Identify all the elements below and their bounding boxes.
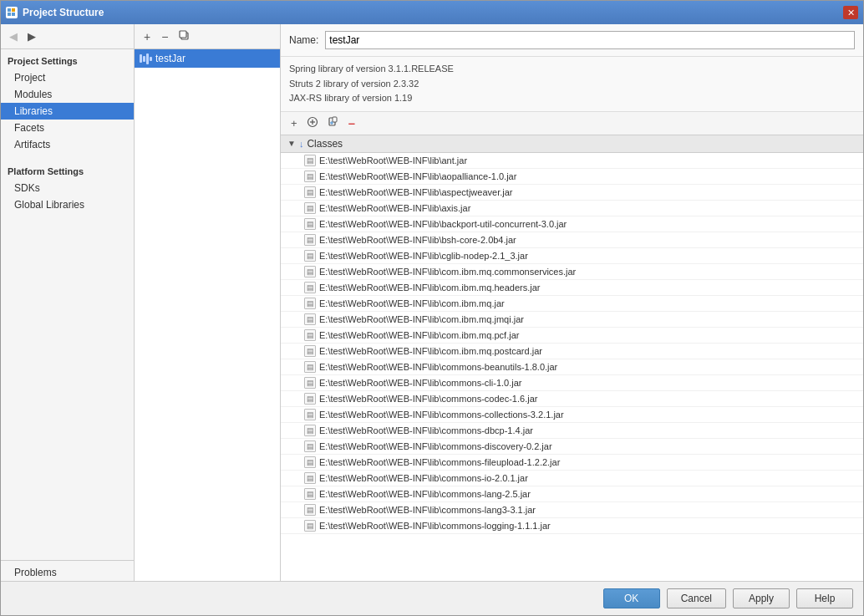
name-input[interactable]	[325, 31, 855, 49]
jar-path: E:\test\WebRoot\WEB-INF\lib\com.ibm.mq.h…	[319, 283, 541, 293]
copy-library-button[interactable]	[175, 28, 194, 44]
window-icon	[6, 7, 18, 18]
tree-item[interactable]: ▤E:\test\WebRoot\WEB-INF\lib\commons-fil…	[281, 455, 863, 471]
jar-path: E:\test\WebRoot\WEB-INF\lib\bsh-core-2.0…	[319, 235, 516, 245]
jar-icon: ▤	[304, 440, 316, 452]
sidebar-item-facets[interactable]: Facets	[1, 120, 134, 136]
jar-icon: ▤	[304, 361, 316, 373]
tree-item[interactable]: ▤E:\test\WebRoot\WEB-INF\lib\com.ibm.mq.…	[281, 312, 863, 328]
sidebar: ◀ ▶ Project Settings Project Modules Lib…	[1, 24, 135, 581]
tree-item[interactable]: ▤E:\test\WebRoot\WEB-INF\lib\backport-ut…	[281, 216, 863, 232]
jar-path: E:\test\WebRoot\WEB-INF\lib\commons-disc…	[319, 441, 552, 451]
tree-item[interactable]: ▤E:\test\WebRoot\WEB-INF\lib\com.ibm.mq.…	[281, 280, 863, 296]
tree-item[interactable]: ▤E:\test\WebRoot\WEB-INF\lib\com.ibm.mq.…	[281, 296, 863, 312]
back-button[interactable]: ◀	[6, 28, 21, 44]
add-jar2-button[interactable]	[324, 115, 343, 132]
tree-item[interactable]: ▤E:\test\WebRoot\WEB-INF\lib\com.ibm.mq.…	[281, 344, 863, 359]
cancel-button[interactable]: Cancel	[667, 588, 726, 608]
name-row: Name:	[281, 24, 863, 57]
jar-path: E:\test\WebRoot\WEB-INF\lib\commons-coll…	[319, 410, 564, 420]
tree-item[interactable]: ▤E:\test\WebRoot\WEB-INF\lib\com.ibm.mq.…	[281, 264, 863, 280]
add-jar-button[interactable]	[303, 115, 322, 132]
tree-item[interactable]: ▤E:\test\WebRoot\WEB-INF\lib\com.ibm.mq.…	[281, 328, 863, 344]
jar-path: E:\test\WebRoot\WEB-INF\lib\commons-io-2…	[319, 473, 528, 483]
jar-icon: ▤	[304, 472, 316, 484]
info-line-2: Struts 2 library of version 2.3.32	[289, 77, 855, 92]
tree-item[interactable]: ▤E:\test\WebRoot\WEB-INF\lib\commons-lan…	[281, 502, 863, 518]
jar-icon: ▤	[304, 377, 316, 389]
tree-item[interactable]: ▤E:\test\WebRoot\WEB-INF\lib\aspectjweav…	[281, 185, 863, 201]
sidebar-item-project[interactable]: Project	[1, 69, 134, 86]
jar-path: E:\test\WebRoot\WEB-INF\lib\commons-dbcp…	[319, 425, 533, 435]
tree-item[interactable]: ▤E:\test\WebRoot\WEB-INF\lib\commons-dis…	[281, 439, 863, 455]
tree-item[interactable]: ▤E:\test\WebRoot\WEB-INF\lib\commons-cod…	[281, 391, 863, 407]
jar-path: E:\test\WebRoot\WEB-INF\lib\ant.jar	[319, 155, 467, 165]
title-bar: Project Structure ✕	[1, 1, 863, 24]
add-classes-button[interactable]: +	[287, 115, 301, 131]
sidebar-item-artifacts[interactable]: Artifacts	[1, 136, 134, 153]
jar-icon: ▤	[304, 456, 316, 468]
tree-item[interactable]: ▤E:\test\WebRoot\WEB-INF\lib\aopalliance…	[281, 169, 863, 185]
classes-toolbar: +	[281, 112, 863, 135]
sidebar-item-global-libraries[interactable]: Global Libraries	[1, 196, 134, 213]
jar-icon: ▤	[304, 186, 316, 198]
remove-classes-button[interactable]: −	[345, 115, 359, 132]
sidebar-nav-bar: ◀ ▶	[1, 24, 134, 49]
sidebar-gap	[1, 153, 134, 160]
classes-header: ▼ ↓ Classes	[281, 135, 863, 153]
main-content: ◀ ▶ Project Settings Project Modules Lib…	[1, 24, 863, 581]
expand-icon: ▼	[287, 139, 296, 148]
forward-button[interactable]: ▶	[24, 28, 39, 44]
tree-item[interactable]: ▤E:\test\WebRoot\WEB-INF\lib\axis.jar	[281, 201, 863, 216]
tree-item[interactable]: ▤E:\test\WebRoot\WEB-INF\lib\commons-dbc…	[281, 423, 863, 439]
ok-button[interactable]: OK	[603, 588, 660, 608]
svg-rect-1	[12, 8, 15, 12]
lib-toolbar: + −	[135, 24, 280, 49]
jar-path: E:\test\WebRoot\WEB-INF\lib\com.ibm.mq.j…	[319, 298, 505, 308]
jar-icon: ▤	[304, 202, 316, 214]
library-item-testjar[interactable]: testJar	[135, 49, 280, 68]
jar-icon: ▤	[304, 345, 316, 357]
jar-icon: ▤	[304, 520, 316, 532]
sidebar-item-sdks[interactable]: SDKs	[1, 180, 134, 196]
apply-button[interactable]: Apply	[733, 588, 790, 608]
close-button[interactable]: ✕	[843, 6, 858, 19]
jar-icon: ▤	[304, 282, 316, 293]
sidebar-item-modules[interactable]: Modules	[1, 86, 134, 103]
svg-rect-12	[333, 117, 337, 122]
tree-item[interactable]: ▤E:\test\WebRoot\WEB-INF\lib\commons-lan…	[281, 486, 863, 502]
svg-rect-3	[12, 13, 15, 16]
tree-item[interactable]: ▤E:\test\WebRoot\WEB-INF\lib\commons-col…	[281, 407, 863, 423]
tree-item[interactable]: ▤E:\test\WebRoot\WEB-INF\lib\cglib-nodep…	[281, 248, 863, 264]
title-text: Project Structure	[23, 7, 104, 18]
jar-path: E:\test\WebRoot\WEB-INF\lib\commons-logg…	[319, 521, 551, 531]
classes-tree[interactable]: ▼ ↓ Classes ▤E:\test\WebRoot\WEB-INF\lib…	[281, 135, 863, 581]
classes-label: Classes	[307, 138, 343, 150]
jar-icon: ▤	[304, 266, 316, 277]
remove-library-button[interactable]: −	[157, 29, 172, 44]
tree-item[interactable]: ▤E:\test\WebRoot\WEB-INF\lib\commons-log…	[281, 518, 863, 534]
footer-bar: OK Cancel Apply Help	[1, 581, 863, 615]
library-list-panel: + − testJa	[135, 24, 281, 581]
jar-icon: ▤	[304, 313, 316, 325]
sidebar-item-problems[interactable]: Problems	[1, 564, 134, 581]
sidebar-item-libraries[interactable]: Libraries	[1, 103, 134, 120]
jar-icon: ▤	[304, 298, 316, 309]
help-button[interactable]: Help	[796, 588, 853, 608]
jar-path: E:\test\WebRoot\WEB-INF\lib\commons-lang…	[319, 489, 531, 499]
tree-item[interactable]: ▤E:\test\WebRoot\WEB-INF\lib\commons-io-…	[281, 471, 863, 486]
jar-path: E:\test\WebRoot\WEB-INF\lib\commons-bean…	[319, 362, 557, 372]
svg-rect-0	[8, 8, 11, 12]
tree-item[interactable]: ▤E:\test\WebRoot\WEB-INF\lib\commons-cli…	[281, 375, 863, 391]
jar-icon: ▤	[304, 155, 316, 166]
jar-icon: ▤	[304, 234, 316, 246]
tree-item[interactable]: ▤E:\test\WebRoot\WEB-INF\lib\bsh-core-2.…	[281, 232, 863, 248]
jar-path: E:\test\WebRoot\WEB-INF\lib\com.ibm.mq.c…	[319, 267, 576, 277]
tree-item[interactable]: ▤E:\test\WebRoot\WEB-INF\lib\ant.jar	[281, 153, 863, 169]
jar-icon: ▤	[304, 425, 316, 436]
tree-item[interactable]: ▤E:\test\WebRoot\WEB-INF\lib\commons-bea…	[281, 359, 863, 375]
name-label: Name:	[289, 34, 318, 46]
svg-rect-5	[180, 31, 186, 38]
add-library-button[interactable]: +	[140, 29, 155, 44]
info-line-1: Spring library of version 3.1.1.RELEASE	[289, 62, 855, 77]
